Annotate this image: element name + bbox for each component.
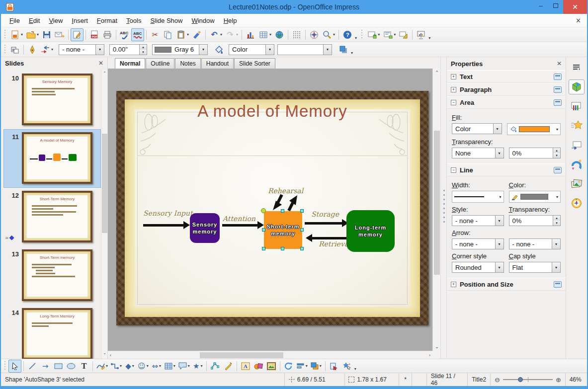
- scroll-up-icon[interactable]: ⌃: [433, 70, 440, 75]
- vertical-scrollbar[interactable]: ⌃ ⌄: [432, 69, 440, 351]
- scroll-down-icon[interactable]: ⌄: [433, 344, 440, 349]
- table-icon[interactable]: ▾: [257, 28, 273, 41]
- label-sensory-input[interactable]: Sensory Input: [143, 209, 193, 217]
- save-icon[interactable]: [40, 28, 53, 41]
- label-storage[interactable]: Storage: [311, 210, 339, 218]
- zoom-out-icon[interactable]: ⊖: [495, 376, 500, 384]
- selection-handle[interactable]: [300, 247, 304, 250]
- expand-icon[interactable]: +: [451, 74, 456, 79]
- tab-normal[interactable]: Normal: [115, 58, 145, 69]
- slide-thumbnail-10[interactable]: 10 Sensory Memory: [4, 71, 100, 129]
- selection-handle[interactable]: [262, 228, 265, 232]
- stars-icon[interactable]: ★▾: [191, 360, 204, 373]
- ellipse-icon[interactable]: [65, 360, 78, 373]
- toolbar-grip[interactable]: [3, 361, 7, 371]
- fill-color-picker[interactable]: ▾: [507, 123, 561, 135]
- toolbar-grip[interactable]: [360, 30, 364, 40]
- paint-bucket-icon[interactable]: [212, 43, 225, 56]
- line-style-select[interactable]: - none -▾: [452, 215, 504, 226]
- start-slideshow-icon[interactable]: [415, 28, 427, 41]
- hyperlink-icon[interactable]: [273, 28, 286, 41]
- custom-animation-icon[interactable]: [569, 118, 585, 133]
- toolbar-grip[interactable]: [3, 30, 7, 40]
- box-short-term-memory[interactable]: Short-term memory: [264, 211, 302, 249]
- rehearsal-arrows[interactable]: [265, 194, 305, 212]
- close-button[interactable]: ✕: [563, 0, 587, 14]
- autospellcheck-icon[interactable]: ABC: [131, 28, 144, 41]
- tab-notes[interactable]: Notes: [175, 58, 200, 69]
- close-document-icon[interactable]: ✕: [576, 17, 581, 24]
- spellcheck-icon[interactable]: ABC: [118, 28, 131, 41]
- label-rehearsal[interactable]: Rehearsal: [268, 187, 303, 195]
- transparency-type-select[interactable]: None▾: [452, 148, 504, 158]
- master-pages-icon[interactable]: [569, 99, 585, 114]
- horizontal-scrollbar[interactable]: ‹ ›: [108, 351, 432, 359]
- glue-points-icon[interactable]: [222, 360, 235, 373]
- from-file-icon[interactable]: [252, 360, 265, 373]
- selection-handle[interactable]: [300, 209, 304, 213]
- animation-effects-icon[interactable]: [340, 360, 353, 373]
- line-icon[interactable]: [26, 360, 39, 373]
- grid-icon[interactable]: [290, 28, 303, 41]
- position-size-icon[interactable]: ⊞: [8, 43, 21, 56]
- fill-type-select[interactable]: Color▾: [452, 123, 502, 134]
- chart-icon[interactable]: [244, 28, 257, 41]
- navigator-icon[interactable]: [308, 28, 321, 41]
- selection-handle[interactable]: [281, 247, 284, 250]
- toolbar-overflow-icon[interactable]: ▾: [355, 36, 357, 40]
- box-long-term-memory[interactable]: Long-term memory: [346, 210, 395, 252]
- section-text[interactable]: + Text: [447, 70, 566, 83]
- toolbar-grip[interactable]: [3, 45, 7, 55]
- corner-style-select[interactable]: Rounded▾: [452, 262, 504, 273]
- expand-icon[interactable]: +: [451, 87, 456, 92]
- section-position-size[interactable]: + Position and Size: [447, 278, 566, 291]
- new-document-icon[interactable]: ▾: [8, 28, 24, 41]
- cursor-position[interactable]: 6.69 / 5.51: [285, 373, 344, 386]
- menu-insert[interactable]: Insert: [67, 15, 92, 26]
- curve-icon[interactable]: ▾: [95, 360, 109, 373]
- undo-icon[interactable]: ↶▾: [208, 28, 224, 41]
- zoom-slider[interactable]: ⊖ ⊕: [491, 376, 565, 384]
- area-style-select[interactable]: Color▾: [229, 44, 274, 55]
- selection-handle[interactable]: [281, 209, 284, 213]
- tab-slide-sorter[interactable]: Slide Sorter: [234, 58, 275, 69]
- text-icon[interactable]: T: [78, 360, 90, 373]
- paste-icon[interactable]: ▾: [174, 28, 190, 41]
- pen-icon[interactable]: [26, 43, 39, 56]
- arrow-style-icon[interactable]: ▾: [39, 43, 55, 56]
- slides-panel-close-icon[interactable]: ✕: [98, 60, 103, 67]
- toolbar-overflow-icon[interactable]: ▾: [351, 51, 353, 55]
- flowcharts-icon[interactable]: ▾: [163, 360, 177, 373]
- navigator-tab-icon[interactable]: N: [569, 196, 585, 211]
- menu-format[interactable]: Format: [92, 15, 122, 26]
- copy-icon[interactable]: [162, 28, 174, 41]
- sidebar-menu-icon[interactable]: [569, 60, 585, 75]
- slide-11[interactable]: A model of Memory Sensory Input Sensory …: [116, 91, 428, 325]
- section-options-icon[interactable]: [554, 99, 562, 106]
- menu-edit[interactable]: Edit: [24, 15, 44, 26]
- arrow-end-select[interactable]: - none -▾: [509, 238, 561, 249]
- slides-panel-scrollbar[interactable]: ⌃ ⌄: [101, 70, 107, 359]
- block-arrows-icon[interactable]: ⇔▾: [150, 360, 163, 373]
- box-sensory-memory[interactable]: Sensory memory: [190, 213, 220, 243]
- properties-close-icon[interactable]: ✕: [557, 60, 562, 67]
- scroll-up-icon[interactable]: ⌃: [101, 71, 108, 78]
- print-icon[interactable]: [101, 28, 114, 41]
- layout-name[interactable]: Title2: [468, 373, 490, 386]
- section-area[interactable]: − Area: [447, 96, 566, 109]
- scrollbar-thumb[interactable]: [434, 131, 440, 275]
- interaction-icon[interactable]: [328, 360, 340, 373]
- menu-help[interactable]: Help: [219, 15, 242, 26]
- arrow-start-select[interactable]: - none -▾: [452, 238, 504, 249]
- line-width-input[interactable]: 0.00" ▲▼: [109, 44, 147, 55]
- callouts-icon[interactable]: ▾: [177, 360, 191, 373]
- section-paragraph[interactable]: + Paragraph: [447, 83, 566, 96]
- fill-color-select[interactable]: ▾: [277, 44, 332, 55]
- redo-icon[interactable]: ↷▾: [224, 28, 240, 41]
- collapse-icon[interactable]: −: [451, 167, 456, 173]
- scroll-right-icon[interactable]: ›: [429, 353, 430, 358]
- slide-thumbnail-11[interactable]: 11 A model of Memory: [4, 130, 100, 187]
- section-options-icon[interactable]: [554, 167, 562, 173]
- arrow-attention[interactable]: [222, 224, 258, 227]
- section-line[interactable]: − Line: [447, 163, 566, 176]
